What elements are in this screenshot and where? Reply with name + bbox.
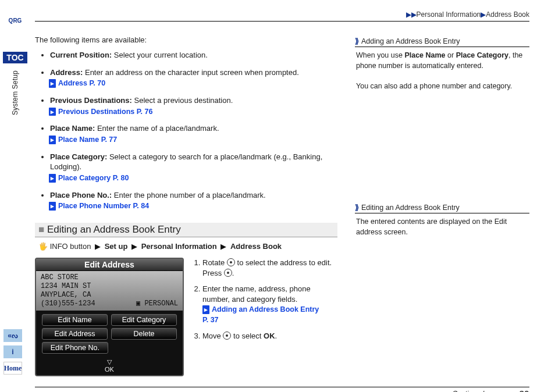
continued-label: Continued	[452, 390, 484, 392]
xref-page[interactable]: P. 37	[202, 316, 219, 324]
side-note: ⟫Adding an Address Book Entry When you u…	[355, 35, 529, 94]
step-item: Move to select OK.	[202, 331, 337, 341]
list-item: Address: Enter an address on the charact…	[50, 67, 337, 88]
move-icon	[223, 332, 231, 340]
xref-link[interactable]: ▸Adding an Address Book Entry	[202, 305, 319, 313]
xref-link[interactable]: ▸Previous Destinations P. 76	[49, 107, 337, 117]
page-number: 39	[519, 390, 529, 392]
step-item: Enter the name, address, phone number, a…	[202, 284, 337, 325]
dial-icon	[227, 258, 235, 266]
nav-path: 🖐 INFO button ▶ Set up ▶ Personal Inform…	[38, 242, 337, 251]
side-note: ⟫Editing an Address Book Entry The enter…	[355, 202, 529, 240]
xref-link[interactable]: ▸Place Name P. 77	[49, 135, 337, 145]
device-screenshot: Edit Address ABC STORE 1234 MAIN ST ANYP…	[35, 258, 184, 376]
list-item: Place Category: Select a category to sea…	[50, 152, 337, 183]
list-item: Place Phone No.: Enter the phone number …	[50, 190, 337, 211]
xref-link[interactable]: ▸Address P. 70	[49, 79, 337, 88]
step-item: Rotate to select the address to edit. Pr…	[202, 258, 337, 278]
screen-button: Edit Category	[111, 314, 177, 326]
screen-button: Edit Address	[42, 328, 108, 340]
list-item: Previous Destinations: Select a previous…	[50, 95, 337, 116]
screen-title: Edit Address	[36, 259, 183, 271]
press-icon	[224, 269, 232, 277]
subheading: ■ Editing an Address Book Entry	[35, 223, 337, 237]
xref-link[interactable]: ▸Place Category P. 80	[49, 173, 337, 183]
xref-link[interactable]: ▸Place Phone Number P. 84	[49, 201, 337, 211]
intro-text: The following items are available:	[35, 35, 337, 44]
screen-button: Delete	[111, 328, 177, 340]
breadcrumb: ▶▶Personal Information▶Address Book	[35, 10, 529, 19]
screen-button: Edit Name	[42, 314, 108, 326]
list-item: Current Position: Select your current lo…	[50, 50, 337, 60]
screen-button: Edit Phone No.	[42, 342, 108, 354]
list-item: Place Name: Enter the name of a place/la…	[50, 123, 337, 144]
